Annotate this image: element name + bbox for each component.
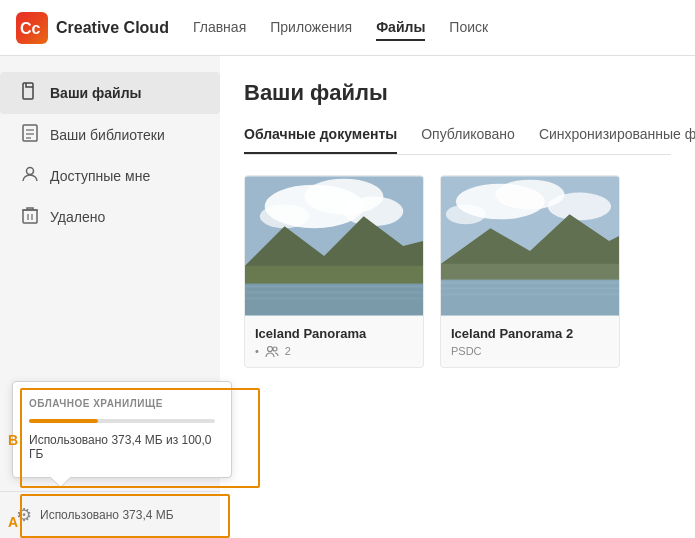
- landscape-svg-2: [441, 176, 619, 316]
- svg-point-15: [344, 197, 403, 227]
- svg-point-24: [273, 347, 277, 351]
- file-icon: [20, 82, 40, 104]
- svg-rect-22: [245, 297, 423, 299]
- label-b: B: [8, 432, 18, 448]
- sidebar-item-shared[interactable]: Доступные мне: [0, 156, 220, 196]
- svg-point-23: [267, 347, 272, 352]
- popup-title: ОБЛАЧНОЕ ХРАНИЛИЩЕ: [29, 398, 215, 409]
- cc-logo-icon: Cc: [16, 12, 48, 44]
- sidebar-label-shared: Доступные мне: [50, 168, 150, 184]
- nav-files[interactable]: Файлы: [376, 15, 425, 41]
- file-thumb-iceland-2: [441, 176, 619, 316]
- file-thumb-iceland-1: [245, 176, 423, 316]
- file-info-iceland-1: Iceland Panorama • 2: [245, 316, 423, 367]
- svg-point-28: [548, 193, 611, 221]
- sidebar-label-your-libraries: Ваши библиотеки: [50, 127, 165, 143]
- nav-apps[interactable]: Приложения: [270, 15, 352, 41]
- svg-rect-3: [23, 125, 37, 141]
- storage-usage-row[interactable]: ⚙ Использовано 373,4 МБ: [16, 504, 204, 526]
- svg-rect-8: [23, 210, 37, 223]
- svg-point-29: [446, 204, 486, 224]
- file-collaborators-1: 2: [285, 345, 291, 357]
- tab-synced[interactable]: Синхронизированные ф: [539, 126, 695, 154]
- file-meta-iceland-2: PSDC: [451, 345, 609, 357]
- usage-label: Использовано 373,4 МБ: [40, 508, 174, 522]
- storage-progress-fill: [29, 419, 98, 423]
- file-info-iceland-2: Iceland Panorama 2 PSDC: [441, 316, 619, 367]
- library-icon: [20, 124, 40, 146]
- gear-icon[interactable]: ⚙: [16, 504, 32, 526]
- svg-text:Cc: Cc: [20, 20, 41, 37]
- file-name-iceland-1: Iceland Panorama: [255, 326, 413, 341]
- storage-progress-bg: [29, 419, 215, 423]
- landscape-svg-1: [245, 176, 423, 316]
- label-a: A: [8, 514, 18, 530]
- svg-rect-35: [441, 293, 619, 295]
- app-title: Creative Cloud: [56, 19, 169, 37]
- svg-point-7: [27, 168, 34, 175]
- svg-rect-32: [441, 280, 619, 316]
- sidebar-label-your-files: Ваши файлы: [50, 85, 142, 101]
- main-layout: Ваши файлы Ваши библиотеки Доступные мне…: [0, 56, 695, 538]
- file-type-psdc: PSDC: [451, 345, 482, 357]
- storage-popup: ОБЛАЧНОЕ ХРАНИЛИЩЕ Использовано 373,4 МБ…: [12, 381, 232, 478]
- nav-home[interactable]: Главная: [193, 15, 246, 41]
- file-card-iceland-1[interactable]: Iceland Panorama • 2: [244, 175, 424, 368]
- content-tabs: Облачные документы Опубликовано Синхрони…: [244, 126, 671, 155]
- header: Cc Creative Cloud Главная Приложения Фай…: [0, 0, 695, 56]
- app-logo: Cc Creative Cloud: [16, 12, 169, 44]
- svg-rect-33: [441, 282, 619, 284]
- svg-point-16: [260, 204, 309, 228]
- sidebar-label-deleted: Удалено: [50, 209, 105, 225]
- svg-rect-20: [245, 286, 423, 288]
- file-card-iceland-2[interactable]: Iceland Panorama 2 PSDC: [440, 175, 620, 368]
- popup-usage-detail: Использовано 373,4 МБ из 100,0 ГБ: [29, 433, 215, 461]
- sidebar-item-deleted[interactable]: Удалено: [0, 196, 220, 238]
- tab-cloud-docs[interactable]: Облачные документы: [244, 126, 397, 154]
- sidebar-item-your-libraries[interactable]: Ваши библиотеки: [0, 114, 220, 156]
- trash-icon: [20, 206, 40, 228]
- sidebar-item-your-files[interactable]: Ваши файлы: [0, 72, 220, 114]
- file-meta-iceland-1: • 2: [255, 345, 413, 357]
- svg-rect-31: [441, 264, 619, 282]
- content-area: Ваши файлы Облачные документы Опубликова…: [220, 56, 695, 538]
- people-icon: [265, 345, 279, 357]
- sidebar-bottom: ⚙ Использовано 373,4 МБ: [0, 491, 220, 538]
- sidebar: Ваши файлы Ваши библиотеки Доступные мне…: [0, 56, 220, 538]
- nav-search[interactable]: Поиск: [449, 15, 488, 41]
- main-nav: Главная Приложения Файлы Поиск: [193, 15, 488, 41]
- page-title: Ваши файлы: [244, 80, 671, 106]
- svg-rect-34: [441, 288, 619, 290]
- svg-rect-18: [245, 266, 423, 286]
- file-name-iceland-2: Iceland Panorama 2: [451, 326, 609, 341]
- file-grid: Iceland Panorama • 2: [244, 175, 671, 368]
- shared-icon: [20, 166, 40, 186]
- svg-rect-21: [245, 291, 423, 293]
- file-type-dot-1: •: [255, 345, 259, 357]
- svg-rect-2: [23, 83, 33, 99]
- tab-published[interactable]: Опубликовано: [421, 126, 515, 154]
